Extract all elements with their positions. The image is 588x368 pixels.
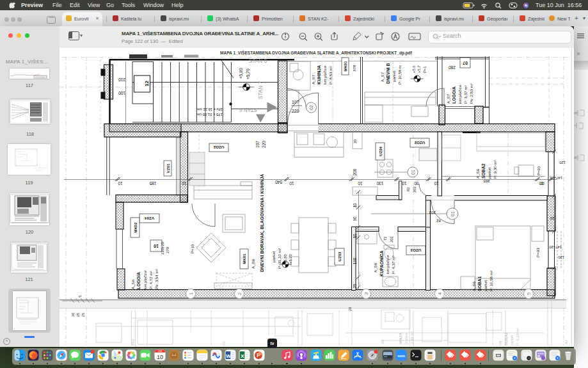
svg-text:DNEVNI B: DNEVNI B bbox=[386, 63, 390, 84]
svg-text:P: 4,37 m²: P: 4,37 m² bbox=[391, 255, 395, 274]
svg-text:A_S7: A_S7 bbox=[446, 93, 450, 104]
svg-text:202: 202 bbox=[413, 186, 417, 193]
svg-text:KUHINJA: KUHINJA bbox=[317, 65, 321, 84]
svg-text:20: 20 bbox=[353, 140, 357, 143]
svg-text:90: 90 bbox=[353, 216, 357, 221]
svg-text:147+20: 147+20 bbox=[549, 245, 562, 249]
svg-text:82: 82 bbox=[406, 188, 410, 191]
svg-text:A_S6: A_S6 bbox=[373, 262, 377, 273]
svg-text:107: 107 bbox=[255, 141, 260, 148]
svg-text:Pk: 3,54 m²: Pk: 3,54 m² bbox=[154, 269, 159, 289]
svg-text:3,99 m²: 3,99 m² bbox=[410, 332, 414, 344]
svg-text:A_S6: A_S6 bbox=[472, 281, 476, 291]
svg-text:P=93: P=93 bbox=[537, 166, 541, 175]
svg-text:365: 365 bbox=[483, 179, 490, 184]
svg-text:0Z: 0Z bbox=[222, 341, 226, 346]
svg-text:MK02: MK02 bbox=[133, 222, 138, 233]
svg-text:100: 100 bbox=[118, 91, 125, 95]
svg-text:220: 220 bbox=[292, 109, 299, 113]
svg-text:25: 25 bbox=[76, 312, 80, 317]
svg-text:+5,70: +5,70 bbox=[246, 68, 250, 79]
svg-text:A_S7: A_S7 bbox=[380, 72, 385, 82]
svg-text:P: 31,10 m²: P: 31,10 m² bbox=[277, 248, 282, 269]
svg-text:5: 5 bbox=[78, 295, 82, 298]
svg-text:18v x 16,11 cm: 18v x 16,11 cm bbox=[197, 108, 223, 111]
svg-text:3: 3 bbox=[363, 292, 369, 295]
svg-text:280: 280 bbox=[449, 65, 456, 70]
svg-text:DNEVNI BORAVAK, BLAGOVAONA I K: DNEVNI BORAVAK, BLAGOVAONA I KUHINJA bbox=[260, 174, 265, 272]
svg-text:LOGGIA: LOGGIA bbox=[452, 86, 456, 104]
svg-text:+5,6: +5,6 bbox=[412, 66, 416, 73]
svg-text:UZO2: UZO2 bbox=[414, 141, 425, 145]
svg-text:STAN 6: STAN 6 bbox=[239, 107, 257, 113]
svg-text:185: 185 bbox=[149, 181, 156, 186]
svg-text:STAN 7: STAN 7 bbox=[258, 81, 264, 99]
svg-text:10: 10 bbox=[358, 181, 363, 186]
svg-text:SOBA2: SOBA2 bbox=[504, 332, 508, 346]
svg-text:A_S7: A_S7 bbox=[311, 74, 315, 84]
svg-text:ker.pločice: ker.pločice bbox=[143, 270, 147, 289]
svg-text:P: 8,53 m²: P: 8,53 m² bbox=[328, 66, 333, 84]
svg-text:10: 10 bbox=[289, 181, 294, 186]
svg-text:10: 10 bbox=[539, 181, 544, 186]
svg-text:202: 202 bbox=[390, 236, 393, 243]
svg-text:10: 10 bbox=[118, 181, 123, 186]
svg-text:2: 2 bbox=[237, 292, 242, 295]
svg-text:270: 270 bbox=[166, 246, 170, 253]
svg-text:JUN: JUN bbox=[158, 350, 162, 353]
svg-text:K02: K02 bbox=[131, 339, 135, 346]
svg-text:VZ04: VZ04 bbox=[145, 216, 154, 221]
svg-text:A_S6: A_S6 bbox=[131, 279, 135, 289]
svg-text:HINJA: HINJA bbox=[399, 332, 402, 344]
svg-text:540: 540 bbox=[275, 180, 282, 184]
svg-text:P: 9,20 m²: P: 9,20 m² bbox=[516, 328, 520, 346]
svg-text:P: 9,30 m²: P: 9,30 m² bbox=[493, 160, 497, 179]
svg-text:12: 12 bbox=[144, 81, 150, 86]
svg-text:10: 10 bbox=[353, 203, 357, 208]
svg-text:P=93: P=93 bbox=[536, 248, 540, 257]
svg-text:10: 10 bbox=[434, 181, 439, 186]
svg-text:zoom: zoom bbox=[397, 355, 405, 358]
svg-text:+5,70: +5,70 bbox=[289, 254, 292, 264]
svg-text:10: 10 bbox=[154, 244, 159, 248]
svg-text:107: 107 bbox=[292, 100, 299, 104]
svg-text:P: 3,37 m²: P: 3,37 m² bbox=[463, 85, 468, 104]
svg-text:S9: S9 bbox=[381, 339, 385, 344]
svg-text:93: 93 bbox=[564, 340, 568, 344]
svg-text:UZ03: UZ03 bbox=[337, 252, 342, 262]
svg-text:UZO3: UZO3 bbox=[410, 248, 421, 253]
svg-text:1: 1 bbox=[188, 292, 194, 295]
svg-text:120: 120 bbox=[559, 161, 566, 164]
svg-text:220: 220 bbox=[262, 141, 266, 148]
svg-text:P=1: P=1 bbox=[423, 67, 427, 73]
svg-text:P: 10,58 m: P: 10,58 m bbox=[397, 65, 402, 84]
svg-text:ker.pločice: ker.pločice bbox=[385, 255, 390, 274]
svg-text:25: 25 bbox=[81, 312, 85, 317]
svg-text:UZ04: UZ04 bbox=[378, 146, 383, 156]
svg-text:5: 5 bbox=[526, 292, 532, 295]
svg-text:parket: parket bbox=[392, 71, 396, 82]
svg-text:4: 4 bbox=[437, 292, 443, 295]
svg-text:90: 90 bbox=[414, 181, 419, 186]
svg-text:A_S6: A_S6 bbox=[475, 168, 480, 179]
svg-text:72: 72 bbox=[383, 237, 387, 241]
svg-text:LOGGIA: LOGGIA bbox=[136, 272, 141, 289]
svg-text:VZ01: VZ01 bbox=[166, 163, 170, 173]
svg-text:W: W bbox=[226, 353, 231, 359]
svg-text:pločice: pločice bbox=[404, 332, 408, 344]
svg-text:01: 01 bbox=[450, 211, 455, 216]
svg-text:20: 20 bbox=[550, 216, 554, 220]
svg-text:10: 10 bbox=[182, 181, 187, 186]
svg-text:KUPAONICA: KUPAONICA bbox=[379, 250, 384, 276]
svg-text:378: 378 bbox=[352, 65, 356, 72]
svg-text:190: 190 bbox=[353, 257, 357, 264]
svg-text:25: 25 bbox=[353, 284, 357, 289]
svg-text:P: 4,72 m²: P: 4,72 m² bbox=[148, 271, 153, 289]
svg-text:SOBA1: SOBA1 bbox=[477, 276, 482, 291]
svg-text:MK01: MK01 bbox=[242, 253, 246, 264]
svg-text:210: 210 bbox=[118, 77, 125, 82]
svg-text:10: 10 bbox=[157, 354, 163, 360]
svg-text:STAN 8: STAN 8 bbox=[249, 58, 267, 64]
svg-text:202: 202 bbox=[429, 211, 436, 215]
svg-text:30: 30 bbox=[71, 312, 75, 317]
